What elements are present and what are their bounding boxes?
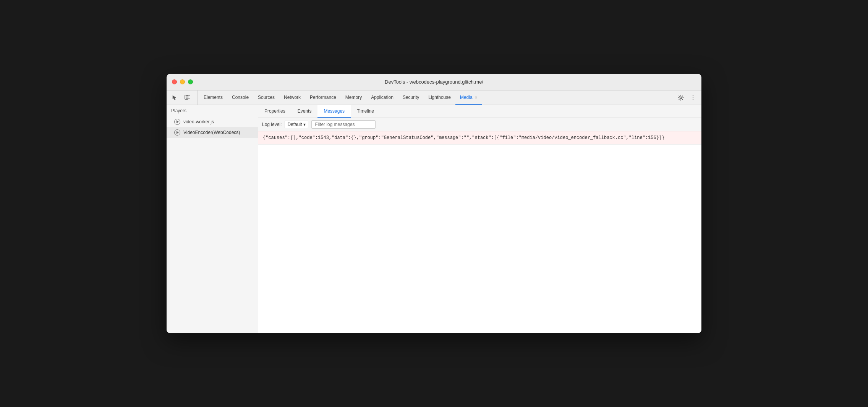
tab-performance[interactable]: Performance — [305, 90, 341, 105]
device-tool-button[interactable] — [182, 92, 193, 103]
tab-media[interactable]: Media × — [455, 90, 482, 105]
devtools-window: DevTools - webcodecs-playground.glitch.m… — [167, 74, 701, 333]
tab-lighthouse[interactable]: Lighthouse — [424, 90, 455, 105]
log-filter-bar: Log level: Default ▾ — [258, 118, 701, 131]
dropdown-chevron-icon: ▾ — [303, 122, 306, 127]
log-level-dropdown[interactable]: Default ▾ — [285, 121, 308, 128]
message-text: {"causes":[],"code":1543,"data":{},"grou… — [263, 135, 664, 141]
tab-application[interactable]: Application — [366, 90, 398, 105]
toolbar-icons — [170, 90, 198, 105]
sub-tab-messages[interactable]: Messages — [317, 105, 351, 118]
tab-console[interactable]: Console — [227, 90, 253, 105]
log-level-value: Default — [287, 122, 302, 127]
tab-memory[interactable]: Memory — [341, 90, 366, 105]
sub-tab-properties[interactable]: Properties — [258, 105, 291, 118]
svg-point-2 — [680, 97, 682, 99]
messages-content: {"causes":[],"code":1543,"data":{},"grou… — [258, 131, 701, 333]
sidebar-header: Players — [167, 105, 258, 116]
settings-icon — [678, 95, 684, 101]
sub-tab-timeline[interactable]: Timeline — [351, 105, 380, 118]
sidebar: Players video-worker.js VideoEncoder(Web… — [167, 105, 258, 333]
cursor-tool-button[interactable] — [170, 92, 180, 103]
devtools-toolbar: Elements Console Sources Network Perform… — [167, 90, 701, 105]
cursor-icon — [172, 95, 178, 101]
sub-tab-events[interactable]: Events — [291, 105, 318, 118]
log-level-label: Log level: — [262, 122, 282, 127]
device-icon — [184, 95, 190, 101]
toolbar-right: ⋮ — [675, 90, 698, 105]
minimize-button[interactable] — [180, 79, 185, 84]
play-icon-video-worker — [174, 119, 180, 125]
traffic-lights — [172, 79, 193, 84]
sub-tabs: Properties Events Messages Timeline — [258, 105, 701, 118]
more-options-button[interactable]: ⋮ — [688, 92, 698, 103]
player-item-video-worker[interactable]: video-worker.js — [167, 116, 258, 127]
more-icon: ⋮ — [690, 94, 696, 101]
player-item-video-encoder[interactable]: VideoEncoder(WebCodecs) — [167, 127, 258, 138]
message-row: {"causes":[],"code":1543,"data":{},"grou… — [258, 131, 701, 145]
player-label-video-encoder: VideoEncoder(WebCodecs) — [183, 130, 240, 135]
window-title: DevTools - webcodecs-playground.glitch.m… — [385, 79, 483, 85]
tab-sources[interactable]: Sources — [253, 90, 279, 105]
settings-button[interactable] — [675, 92, 686, 103]
play-icon-video-encoder — [174, 129, 180, 136]
tab-media-close[interactable]: × — [475, 95, 477, 100]
tab-elements[interactable]: Elements — [199, 90, 227, 105]
maximize-button[interactable] — [188, 79, 193, 84]
close-button[interactable] — [172, 79, 177, 84]
filter-log-input[interactable] — [311, 120, 376, 129]
tab-network[interactable]: Network — [279, 90, 305, 105]
title-bar: DevTools - webcodecs-playground.glitch.m… — [167, 74, 701, 90]
right-panel: Properties Events Messages Timeline Log … — [258, 105, 701, 333]
tab-security[interactable]: Security — [398, 90, 424, 105]
player-label-video-worker: video-worker.js — [183, 119, 214, 124]
devtools-body: Players video-worker.js VideoEncoder(Web… — [167, 105, 701, 333]
tabs-list: Elements Console Sources Network Perform… — [199, 90, 675, 105]
